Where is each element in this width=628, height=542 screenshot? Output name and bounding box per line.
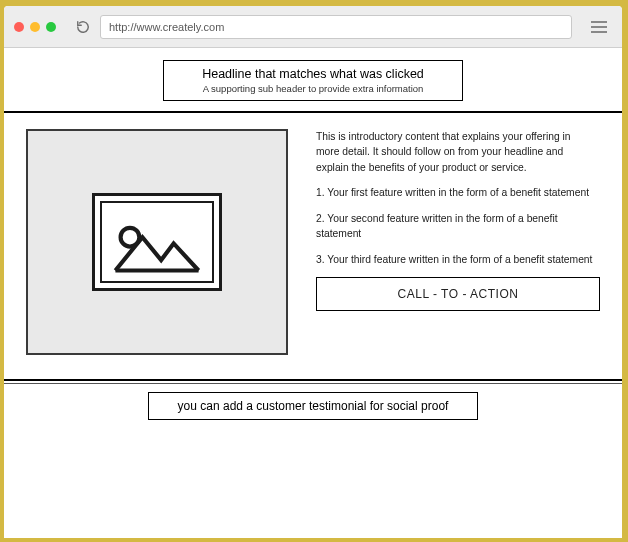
cta-button[interactable]: CALL - TO - ACTION <box>316 277 600 311</box>
section-divider <box>4 111 622 113</box>
feature-1: 1. Your first feature written in the for… <box>316 185 600 200</box>
hamburger-menu-icon[interactable] <box>586 21 612 33</box>
testimonial-box: you can add a customer testimonial for s… <box>148 392 478 420</box>
page-headline: Headline that matches what was clicked <box>172 67 454 81</box>
intro-text: This is introductory content that explai… <box>316 129 600 175</box>
minimize-icon[interactable] <box>30 22 40 32</box>
headline-block: Headline that matches what was clicked A… <box>163 60 463 101</box>
footer-divider-thin <box>4 383 622 384</box>
footer-divider-thick <box>4 379 622 381</box>
image-placeholder <box>26 129 288 355</box>
feature-2: 2. Your second feature written in the fo… <box>316 211 600 242</box>
content-column: This is introductory content that explai… <box>316 129 600 311</box>
window-controls <box>14 22 56 32</box>
image-placeholder-icon <box>92 193 222 291</box>
page-subheadline: A supporting sub header to provide extra… <box>172 83 454 94</box>
close-icon[interactable] <box>14 22 24 32</box>
reload-button[interactable] <box>72 16 94 38</box>
maximize-icon[interactable] <box>46 22 56 32</box>
feature-3: 3. Your third feature written in the for… <box>316 252 600 267</box>
page-body: Headline that matches what was clicked A… <box>4 60 622 420</box>
wireframe-frame: Headline that matches what was clicked A… <box>2 4 624 540</box>
address-bar[interactable] <box>100 15 572 39</box>
browser-chrome <box>4 6 622 48</box>
hero-section: This is introductory content that explai… <box>4 129 622 355</box>
